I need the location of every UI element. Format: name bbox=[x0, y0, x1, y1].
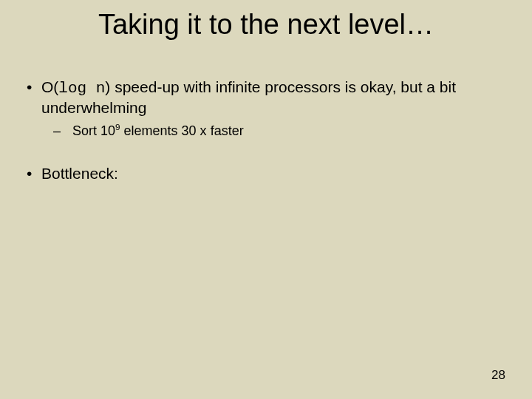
slide-title: Taking it to the next level… bbox=[0, 9, 532, 41]
slide-body: • O(log n) speed-up with infinite proces… bbox=[27, 78, 505, 188]
bullet-dot-icon: • bbox=[27, 78, 41, 118]
sub-bullet-item: – Sort 109 elements 30 x faster bbox=[53, 123, 505, 140]
text-fragment: Sort 10 bbox=[72, 123, 115, 138]
bullet-item: • O(log n) speed-up with infinite proces… bbox=[27, 78, 505, 118]
bullet-item: • Bottleneck: bbox=[27, 164, 505, 183]
page-number: 28 bbox=[491, 368, 505, 383]
text-fragment: O( bbox=[41, 78, 58, 95]
bullet-text: Bottleneck: bbox=[41, 164, 505, 183]
sub-bullet-text: Sort 109 elements 30 x faster bbox=[72, 123, 505, 140]
dash-icon: – bbox=[53, 123, 72, 140]
text-fragment: elements 30 x faster bbox=[120, 123, 244, 138]
code-fragment: log n bbox=[58, 80, 105, 97]
bullet-text: O(log n) speed-up with infinite processo… bbox=[41, 78, 505, 118]
slide: Taking it to the next level… • O(log n) … bbox=[0, 0, 532, 399]
bullet-dot-icon: • bbox=[27, 164, 41, 183]
